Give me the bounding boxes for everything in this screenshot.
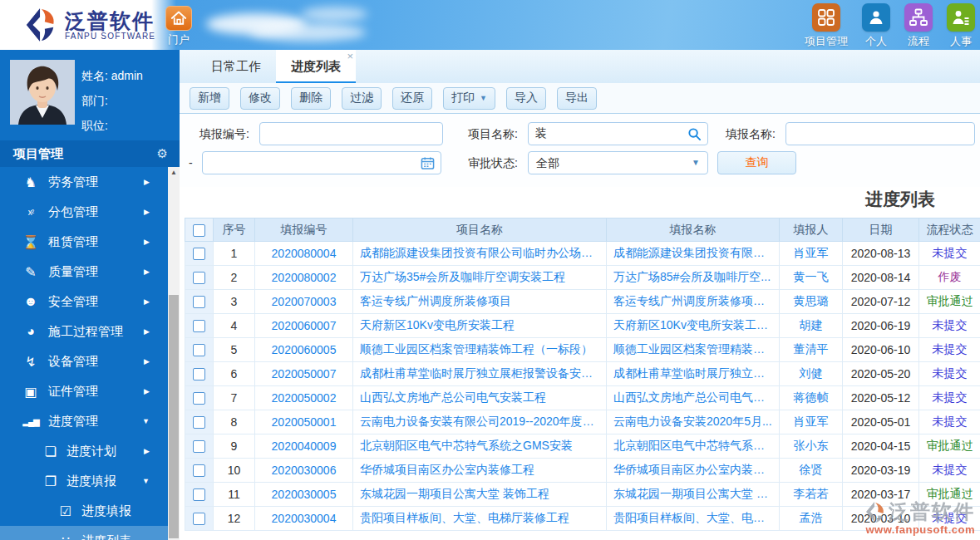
- reporter-link[interactable]: 徐贤: [780, 459, 843, 483]
- row-checkbox[interactable]: [193, 392, 205, 405]
- report-name-input[interactable]: [785, 122, 975, 145]
- reporter-link[interactable]: 孟浩: [780, 507, 843, 531]
- report-name-link[interactable]: 华侨城项目南区办公室内装修...: [607, 459, 780, 483]
- report-name-link[interactable]: 万达广场85#会所及咖啡厅空...: [607, 266, 780, 290]
- sidebar-section-project-management[interactable]: 项目管理 ⚙: [0, 140, 180, 167]
- row-checkbox[interactable]: [193, 440, 205, 453]
- close-icon[interactable]: ×: [347, 51, 353, 62]
- report-code-link[interactable]: 2020050002: [255, 386, 353, 410]
- menu-progress-plan[interactable]: ❏进度计划▶: [0, 436, 168, 466]
- add-button[interactable]: 新增: [190, 87, 229, 110]
- report-name-link[interactable]: 山西弘文房地产总公司电气安...: [607, 386, 780, 410]
- row-checkbox[interactable]: [193, 248, 205, 260]
- report-code-link[interactable]: 2020080004: [255, 242, 353, 266]
- reporter-link[interactable]: 黄一飞: [780, 266, 843, 290]
- menu-progress-list[interactable]: ∷进度列表: [0, 526, 168, 540]
- tab-daily-work[interactable]: 日常工作: [196, 50, 276, 83]
- project-name-link[interactable]: 顺德工业园区档案管理精装饰工程（一标段）: [353, 338, 607, 362]
- reporter-link[interactable]: 刘健: [780, 362, 843, 386]
- project-name-link[interactable]: 华侨城项目南区办公室内装修工程: [353, 459, 607, 483]
- project-name-link[interactable]: 成都杜甫草堂临时展厅独立展柜报警设备安装项目: [353, 362, 607, 386]
- menu-equipment-management[interactable]: ↯设备管理▶: [0, 346, 168, 376]
- report-no-input[interactable]: [259, 122, 443, 145]
- filter-button[interactable]: 过滤: [342, 87, 382, 110]
- search-icon[interactable]: [687, 127, 702, 141]
- row-checkbox[interactable]: [193, 296, 205, 308]
- menu-subcontract-management[interactable]: x²分包管理▶: [0, 197, 168, 227]
- reporter-link[interactable]: 张小东: [780, 434, 843, 459]
- row-checkbox[interactable]: [193, 320, 205, 332]
- menu-construction-process[interactable]: ◕施工过程管理▶: [0, 317, 168, 346]
- row-checkbox[interactable]: [193, 488, 205, 501]
- import-button[interactable]: 导入: [506, 87, 546, 110]
- report-code-link[interactable]: 2020060005: [255, 338, 353, 362]
- report-name-link[interactable]: 成都能源建设集团投资有限公...: [607, 242, 780, 266]
- project-name-link[interactable]: 东城花园一期项目公寓大堂 装饰工程: [353, 483, 607, 507]
- query-button[interactable]: 查询: [717, 151, 796, 174]
- report-name-link[interactable]: 顺德工业园区档案管理精装饰...: [607, 338, 780, 362]
- row-checkbox[interactable]: [193, 416, 205, 429]
- report-code-link[interactable]: 2020040009: [255, 434, 353, 459]
- project-name-link[interactable]: 贵阳项目样板间、大堂、电梯厅装修工程: [353, 507, 607, 531]
- report-name-link[interactable]: 成都杜甫草堂临时展厅独立展...: [607, 362, 780, 386]
- export-button[interactable]: 导出: [557, 87, 597, 110]
- report-code-link[interactable]: 2020030005: [255, 483, 353, 507]
- report-name-link[interactable]: 云南电力设备安装2020年5月...: [607, 410, 780, 434]
- scroll-up-icon[interactable]: ▲: [168, 167, 180, 179]
- nav-project-management[interactable]: 项目管理: [805, 3, 848, 49]
- menu-labor-management[interactable]: ♞劳务管理▶: [0, 167, 168, 197]
- gear-icon[interactable]: ⚙: [157, 140, 168, 167]
- nav-workflow[interactable]: 流程: [904, 3, 933, 49]
- calendar-icon[interactable]: [421, 156, 435, 170]
- approval-status-select[interactable]: 全部 ▼: [528, 151, 708, 174]
- date-range-input[interactable]: [202, 151, 441, 174]
- project-name-link[interactable]: 成都能源建设集团投资有限公司临时办公场所装...: [353, 242, 607, 266]
- project-name-link[interactable]: 天府新区10Kv变电所安装工程: [353, 314, 607, 338]
- reporter-link[interactable]: 肖亚军: [780, 242, 843, 266]
- menu-safety-management[interactable]: ☻安全管理▶: [0, 287, 168, 317]
- row-checkbox[interactable]: [193, 368, 205, 380]
- row-checkbox[interactable]: [193, 464, 205, 477]
- report-code-link[interactable]: 2020080002: [255, 266, 353, 290]
- reporter-link[interactable]: 李若若: [780, 483, 843, 507]
- project-name-link[interactable]: 山西弘文房地产总公司电气安装工程: [353, 386, 607, 410]
- reporter-link[interactable]: 肖亚军: [780, 410, 843, 434]
- reporter-link[interactable]: 蒋德帧: [780, 386, 843, 410]
- sidebar-scrollbar[interactable]: ▲: [168, 167, 180, 540]
- tab-progress-list[interactable]: 进度列表×: [276, 50, 356, 83]
- report-code-link[interactable]: 2020050007: [255, 362, 353, 386]
- delete-button[interactable]: 删除: [291, 87, 331, 110]
- report-name-link[interactable]: 贵阳项目样板间、大堂、电梯...: [607, 507, 780, 531]
- nav-personal[interactable]: 个人: [862, 3, 890, 49]
- menu-progress-report[interactable]: ❐进度填报▼: [0, 466, 168, 496]
- report-code-link[interactable]: 2020030006: [255, 459, 353, 483]
- project-name-input[interactable]: [528, 122, 708, 145]
- reporter-link[interactable]: 黄思璐: [780, 290, 843, 314]
- menu-progress-report-entry[interactable]: ☑进度填报: [0, 496, 168, 526]
- menu-progress-management[interactable]: ▂▄▆进度管理▼: [0, 406, 168, 436]
- report-code-link[interactable]: 2020030004: [255, 507, 353, 531]
- project-name-link[interactable]: 北京朝阳区电气中芯特气系统之GMS安装: [353, 434, 607, 459]
- row-checkbox[interactable]: [193, 513, 205, 525]
- menu-lease-management[interactable]: ⌛租赁管理▶: [0, 227, 168, 257]
- restore-button[interactable]: 还原: [392, 87, 432, 110]
- select-all-checkbox[interactable]: [193, 224, 205, 237]
- nav-portal[interactable]: 门户: [163, 6, 195, 47]
- row-checkbox[interactable]: [193, 344, 205, 356]
- report-name-link[interactable]: 北京朝阳区电气中芯特气系统...: [607, 434, 780, 459]
- menu-quality-management[interactable]: ✎质量管理▶: [0, 257, 168, 287]
- print-button[interactable]: 打印▼: [443, 87, 495, 110]
- project-name-link[interactable]: 云南电力设备安装有限公司2019--2020年度劳...: [353, 410, 607, 434]
- row-checkbox[interactable]: [193, 272, 205, 284]
- report-name-link[interactable]: 客运专线广州调度所装修项目...: [607, 290, 780, 314]
- reporter-link[interactable]: 董清平: [780, 338, 843, 362]
- report-name-link[interactable]: 天府新区10Kv变电所安装工程...: [607, 314, 780, 338]
- report-name-link[interactable]: 东城花园一期项目公寓大堂 装...: [607, 483, 780, 507]
- menu-certificate-management[interactable]: ▣证件管理▶: [0, 376, 168, 406]
- project-name-link[interactable]: 万达广场35#会所及咖啡厅空调安装工程: [353, 266, 607, 290]
- report-code-link[interactable]: 2020050001: [255, 410, 353, 434]
- report-code-link[interactable]: 2020070003: [255, 290, 353, 314]
- edit-button[interactable]: 修改: [240, 87, 280, 110]
- reporter-link[interactable]: 胡建: [780, 314, 843, 338]
- nav-hr[interactable]: 人事: [947, 3, 975, 49]
